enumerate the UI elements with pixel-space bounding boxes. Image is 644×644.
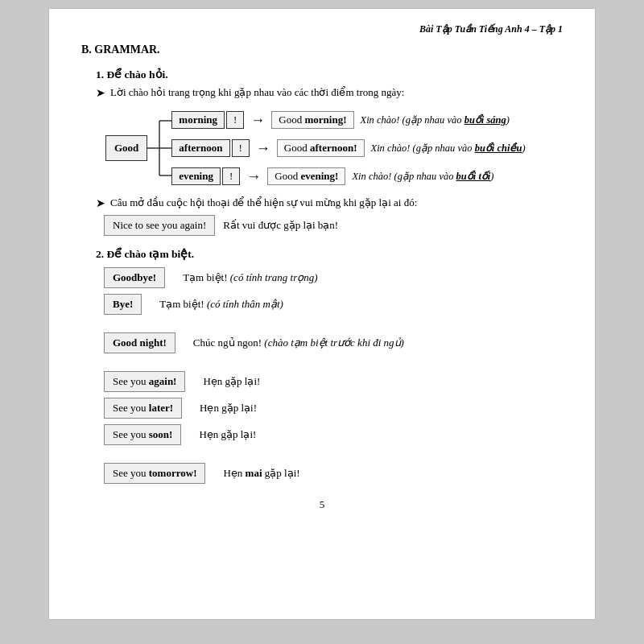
arrow-sym-2: ➤ (96, 196, 105, 210)
page-number: 5 (81, 498, 563, 511)
see-soon-box: See you soon! (104, 424, 181, 445)
good-box: Good (105, 135, 147, 161)
subsection-2: 2. Để chào tạm biệt. Goodbye! Tạm biệt! … (96, 247, 563, 484)
bye-translation: Tạm biệt! (có tính thân mật) (159, 298, 283, 311)
diagram-row-evening: evening ! → Good evening! Xin chào! (gặp… (171, 167, 525, 185)
result-evening: Good evening! (267, 167, 345, 185)
viet-morning: Xin chào! (gặp nhau vào buổi sáng) (361, 114, 510, 126)
bye-box: Bye! (104, 294, 142, 315)
diagram-branches: morning ! → Good morning! Xin chào! (gặp… (171, 108, 525, 188)
diagram-row-afternoon: afternoon ! → Good afternoon! Xin chào! … (171, 139, 525, 157)
nice-to-see-box: Nice to see you again! (104, 215, 215, 236)
subsection-1-title: 1. Để chào hỏi. (96, 68, 563, 81)
see-tomorrow-box: See you tomorrow! (104, 463, 205, 484)
diagram-row-morning: morning ! → Good morning! Xin chào! (gặp… (171, 111, 525, 129)
header-title: Bài Tập Tuần Tiếng Anh 4 – Tập 1 (419, 23, 563, 35)
arrow-sym-1: ➤ (96, 86, 105, 100)
section-title: B. GRAMMAR. (81, 43, 563, 56)
farewell-bye: Bye! Tạm biệt! (có tính thân mật) (104, 294, 563, 315)
evening-box: evening (171, 167, 221, 185)
farewell-see-again: See you again! Hẹn gặp lại! (104, 371, 563, 392)
see-later-box: See you later! (104, 398, 182, 419)
farewell-goodnight: Good night! Chúc ngủ ngon! (chào tạm biệ… (104, 332, 563, 353)
arrow-1: → (250, 112, 265, 129)
bullet-1: ➤ Lời chào hỏi trang trọng khi gặp nhau … (96, 86, 563, 100)
farewell-goodbye: Goodbye! Tạm biệt! (có tính trang trọng) (104, 267, 563, 288)
farewell-see-later: See you later! Hẹn gặp lại! (104, 398, 563, 419)
result-afternoon: Good afternoon! (277, 139, 365, 157)
farewell-see-tomorrow: See you tomorrow! Hẹn mai gặp lại! (104, 463, 563, 484)
morning-box: morning (171, 111, 225, 129)
see-again-box: See you again! (104, 371, 185, 392)
bullet-2: ➤ Câu mở đầu cuộc hội thoại để thể hiện … (96, 196, 563, 210)
page: Bài Tập Tuần Tiếng Anh 4 – Tập 1 B. GRAM… (48, 8, 596, 620)
grammar-diagram: Good morning (105, 108, 563, 188)
page-header: Bài Tập Tuần Tiếng Anh 4 – Tập 1 (81, 23, 563, 35)
arrow-2: → (256, 140, 270, 157)
see-later-translation: Hẹn gặp lại! (200, 402, 257, 415)
viet-evening: Xin chào! (gặp nhau vào buổi tối) (352, 170, 493, 183)
nice-to-see-translation: Rất vui được gặp lại bạn! (223, 219, 338, 232)
afternoon-box: afternoon (171, 139, 229, 157)
see-tomorrow-translation: Hẹn mai gặp lại! (223, 467, 299, 480)
bullet-2-text: Câu mở đầu cuộc hội thoại để thể hiện sự… (110, 196, 417, 209)
goodbye-box: Goodbye! (104, 267, 165, 288)
goodbye-translation: Tạm biệt! (có tính trang trọng) (183, 271, 317, 284)
subsection-1: 1. Để chào hỏi. ➤ Lời chào hỏi trang trọ… (81, 68, 563, 236)
exclaim-1: ! (226, 111, 244, 129)
see-soon-translation: Hẹn gặp lại! (199, 428, 256, 441)
viet-afternoon: Xin chào! (gặp nhau vào buổi chiều) (371, 142, 526, 155)
nice-to-see-line: Nice to see you again! Rất vui được gặp … (104, 215, 563, 236)
exclaim-3: ! (222, 167, 240, 185)
exclaim-2: ! (232, 139, 250, 157)
see-again-translation: Hẹn gặp lại! (203, 375, 260, 388)
arrow-3: → (246, 168, 261, 185)
subsection-2-title: 2. Để chào tạm biệt. (96, 247, 563, 261)
bullet-1-text: Lời chào hỏi trang trọng khi gặp nhau và… (110, 86, 404, 99)
goodnight-box: Good night! (104, 332, 175, 353)
goodnight-translation: Chúc ngủ ngon! (chào tạm biệt trước khi … (193, 336, 404, 349)
farewell-see-soon: See you soon! Hẹn gặp lại! (104, 424, 563, 445)
result-morning: Good morning! (271, 111, 353, 129)
